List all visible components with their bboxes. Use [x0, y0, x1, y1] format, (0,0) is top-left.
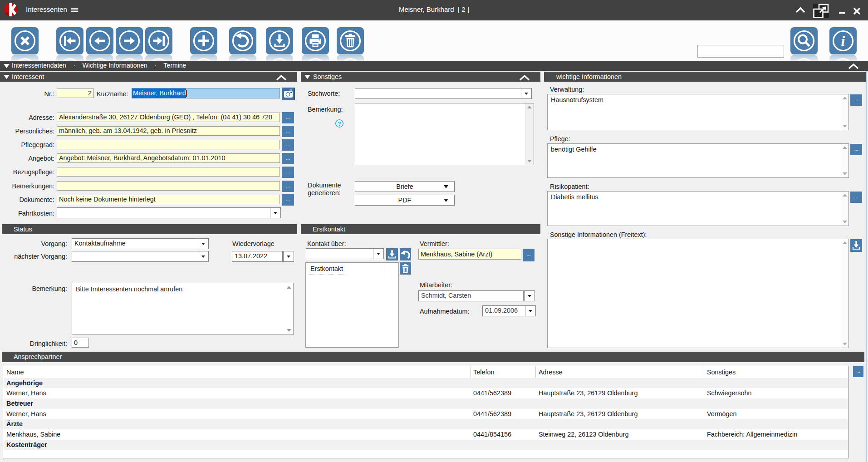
svg-text:i: i: [841, 33, 845, 49]
svg-text:?: ?: [338, 121, 341, 127]
